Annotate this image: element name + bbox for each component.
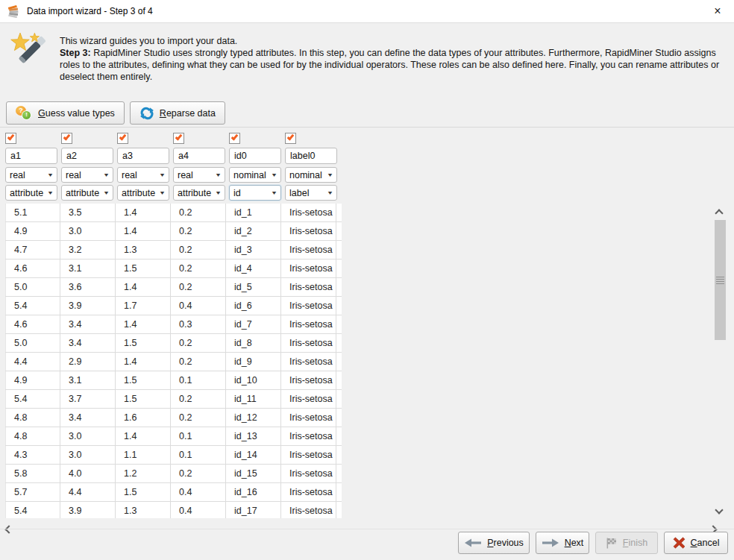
check-icon bbox=[231, 133, 239, 140]
attribute-name-input[interactable] bbox=[285, 148, 337, 164]
column-select-checkbox[interactable] bbox=[229, 133, 240, 144]
table-row: 5.03.41.50.2id_8Iris-setosa bbox=[5, 334, 342, 353]
table-cell: id_13 bbox=[226, 427, 281, 445]
previous-button[interactable]: Previous bbox=[458, 532, 530, 554]
table-cell: 1.5 bbox=[116, 483, 171, 501]
attribute-column-header: real▼attribute▼ bbox=[61, 133, 113, 203]
table-cell: 0.1 bbox=[171, 446, 226, 464]
value-type-dropdown[interactable]: real▼ bbox=[117, 167, 169, 183]
table-cell: id_5 bbox=[226, 278, 281, 296]
attribute-name-input[interactable] bbox=[117, 148, 169, 164]
table-cell: Iris-setosa bbox=[281, 427, 336, 445]
table-cell: id_16 bbox=[226, 483, 281, 501]
attribute-column-header: nominal▼id▼ bbox=[229, 133, 281, 203]
attribute-column-header: nominal▼label▼ bbox=[285, 133, 337, 203]
attribute-name-input[interactable] bbox=[173, 148, 225, 164]
table-cell: 4.8 bbox=[5, 427, 60, 445]
table-cell: Iris-setosa bbox=[281, 390, 336, 408]
intro-step-text: RapidMiner Studio uses strongly typed at… bbox=[60, 48, 719, 82]
role-dropdown[interactable]: id▼ bbox=[229, 185, 281, 201]
intro-text: This wizard guides you to import your da… bbox=[60, 35, 727, 83]
table-cell: id_12 bbox=[226, 409, 281, 427]
role-dropdown-value: attribute bbox=[66, 188, 99, 198]
table-cell: 0.4 bbox=[171, 483, 226, 501]
close-icon[interactable]: × bbox=[708, 0, 727, 22]
table-cell: Iris-setosa bbox=[281, 278, 336, 296]
value-type-dropdown[interactable]: real▼ bbox=[173, 167, 225, 183]
scroll-up-icon[interactable] bbox=[716, 206, 722, 219]
table-cell: 1.4 bbox=[116, 353, 171, 371]
check-icon bbox=[63, 133, 71, 140]
table-row: 4.83.41.60.2id_12Iris-setosa bbox=[5, 409, 342, 427]
reparse-data-label: Reparse data bbox=[160, 108, 216, 119]
table-row: 4.33.01.10.1id_14Iris-setosa bbox=[5, 446, 342, 465]
reparse-data-button[interactable]: Reparse data bbox=[130, 101, 225, 125]
role-dropdown[interactable]: attribute▼ bbox=[61, 185, 113, 201]
table-cell: 4.7 bbox=[5, 241, 60, 259]
chevron-down-icon: ▼ bbox=[159, 190, 166, 195]
attribute-name-input[interactable] bbox=[229, 148, 281, 164]
table-cell: 4.4 bbox=[60, 483, 116, 501]
table-cell: 3.4 bbox=[60, 334, 116, 352]
footer-separator bbox=[0, 529, 734, 529]
table-cell: 5.0 bbox=[5, 278, 60, 296]
previous-label: Previous bbox=[487, 538, 524, 548]
table-cell: 3.0 bbox=[60, 446, 116, 464]
table-row: 4.93.01.40.2id_2Iris-setosa bbox=[5, 222, 342, 241]
value-type-dropdown[interactable]: real▼ bbox=[5, 167, 57, 183]
chevron-down-icon: ▼ bbox=[215, 190, 222, 195]
value-type-dropdown[interactable]: real▼ bbox=[61, 167, 113, 183]
value-type-dropdown[interactable]: nominal▼ bbox=[229, 167, 281, 183]
table-cell: Iris-setosa bbox=[281, 446, 336, 464]
attribute-name-input[interactable] bbox=[61, 148, 113, 164]
intro-step-paragraph: Step 3: RapidMiner Studio uses strongly … bbox=[60, 47, 727, 83]
next-label: Next bbox=[565, 538, 584, 548]
table-cell: Iris-setosa bbox=[281, 241, 336, 259]
table-cell: 0.2 bbox=[171, 222, 226, 240]
chevron-down-icon: ▼ bbox=[271, 190, 277, 195]
window-title: Data import wizard - Step 3 of 4 bbox=[27, 6, 153, 16]
vertical-scrollbar-thumb[interactable] bbox=[715, 220, 726, 340]
value-type-dropdown[interactable]: nominal▼ bbox=[285, 167, 337, 183]
toolbar-separator bbox=[0, 127, 734, 128]
table-cell: 3.4 bbox=[60, 315, 116, 333]
table-cell: 0.2 bbox=[171, 334, 226, 352]
table-cell: Iris-setosa bbox=[281, 334, 336, 352]
table-cell: 5.1 bbox=[5, 204, 60, 221]
scroll-down-icon[interactable] bbox=[716, 503, 722, 516]
role-dropdown[interactable]: attribute▼ bbox=[173, 185, 225, 201]
table-cell: Iris-setosa bbox=[281, 502, 336, 518]
table-cell: 4.6 bbox=[5, 259, 60, 277]
role-dropdown-value: id bbox=[233, 188, 241, 198]
table-cell: 3.1 bbox=[60, 371, 116, 389]
role-dropdown[interactable]: label▼ bbox=[285, 185, 337, 201]
table-cell: 4.9 bbox=[5, 222, 60, 240]
table-cell: 2.9 bbox=[60, 353, 116, 371]
table-row: 5.03.61.40.2id_5Iris-setosa bbox=[5, 278, 342, 297]
table-cell: Iris-setosa bbox=[281, 465, 336, 482]
vertical-scrollbar[interactable] bbox=[714, 204, 727, 517]
table-cell: 1.6 bbox=[116, 409, 171, 427]
table-cell: id_11 bbox=[226, 390, 281, 408]
table-cell: 0.2 bbox=[171, 353, 226, 371]
table-row: 5.74.41.50.4id_16Iris-setosa bbox=[5, 483, 342, 502]
column-select-checkbox[interactable] bbox=[117, 133, 128, 144]
table-cell: 5.4 bbox=[5, 390, 60, 408]
column-select-checkbox[interactable] bbox=[173, 133, 184, 144]
table-cell: 0.4 bbox=[171, 502, 226, 518]
column-select-checkbox[interactable] bbox=[285, 133, 296, 144]
role-dropdown[interactable]: attribute▼ bbox=[117, 185, 169, 201]
attribute-name-input[interactable] bbox=[5, 148, 57, 164]
role-dropdown[interactable]: attribute▼ bbox=[5, 185, 57, 201]
guess-value-types-button[interactable]: ? ! Guess value types bbox=[6, 101, 125, 125]
cancel-button[interactable]: Cancel bbox=[664, 532, 728, 554]
table-cell: 1.3 bbox=[116, 502, 171, 518]
intro-line1: This wizard guides you to import your da… bbox=[60, 35, 727, 47]
table-cell: 0.2 bbox=[171, 409, 226, 427]
column-select-checkbox[interactable] bbox=[61, 133, 72, 144]
table-cell: id_15 bbox=[226, 465, 281, 482]
next-button[interactable]: Next bbox=[536, 532, 589, 554]
table-cell: 5.8 bbox=[5, 465, 60, 482]
table-cell: 0.2 bbox=[171, 278, 226, 296]
column-select-checkbox[interactable] bbox=[5, 133, 16, 144]
